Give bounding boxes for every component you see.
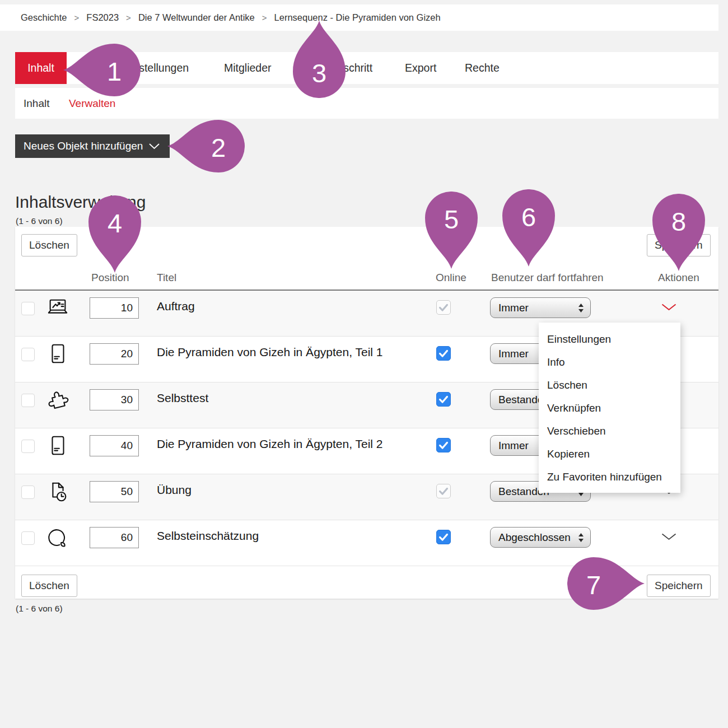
tab-inhalt[interactable]: Inhalt	[15, 52, 67, 84]
breadcrumb-item[interactable]: Die 7 Weltwunder der Antike	[138, 12, 255, 23]
breadcrumb-item[interactable]: FS2023	[86, 12, 119, 23]
callout-number: 8	[671, 208, 686, 235]
assignment-icon	[46, 296, 69, 320]
breadcrumb-separator: >	[126, 13, 131, 22]
callout-marker-3: 3	[291, 20, 347, 98]
result-count-top: (1 - 6 von 6)	[16, 216, 63, 226]
row-select-checkbox[interactable]	[21, 394, 35, 407]
position-input[interactable]	[90, 527, 139, 548]
condition-select-value: Immer	[498, 348, 529, 360]
online-checkbox	[436, 300, 451, 315]
online-checkbox[interactable]	[436, 438, 451, 452]
condition-select[interactable]: Abgeschlossen	[490, 527, 591, 548]
position-input[interactable]	[90, 389, 139, 410]
row-select-checkbox[interactable]	[21, 531, 35, 545]
tab-mitglieder[interactable]: Mitglieder	[224, 52, 272, 84]
action-menu-item[interactable]: Verschieben	[539, 419, 680, 442]
row-actions-chevron-icon[interactable]	[661, 533, 676, 543]
callout-number: 3	[312, 60, 326, 86]
action-menu-item[interactable]: Info	[539, 351, 680, 374]
callout-marker-8: 8	[651, 194, 707, 272]
row-title: Auftrag	[157, 300, 195, 313]
row-title: Übung	[157, 483, 192, 497]
breadcrumb-item[interactable]: Geschichte	[21, 12, 67, 23]
condition-select[interactable]: Immer	[490, 297, 591, 318]
tab-export[interactable]: Export	[405, 52, 436, 84]
callout-marker-1: 1	[62, 42, 141, 98]
row-title: Die Pyramiden von Gizeh in Ägypten, Teil…	[157, 346, 383, 359]
select-stepper-icon	[578, 303, 584, 316]
position-input[interactable]	[90, 297, 139, 319]
select-stepper-icon	[578, 533, 584, 545]
callout-number: 7	[586, 572, 601, 598]
breadcrumb-separator: >	[262, 13, 267, 22]
row-select-checkbox[interactable]	[21, 440, 35, 453]
condition-select-value: Immer	[498, 302, 529, 314]
callout-number: 2	[211, 134, 226, 161]
add-object-button-label: Neues Objekt hinzufügen	[24, 140, 143, 152]
subtab-inhalt[interactable]: Inhalt	[24, 88, 49, 119]
online-checkbox[interactable]	[436, 392, 451, 407]
callout-marker-2: 2	[166, 118, 245, 174]
position-input[interactable]	[90, 435, 139, 456]
tab-rechte[interactable]: Rechte	[465, 52, 500, 84]
exercise-icon	[46, 480, 69, 503]
callout-marker-5: 5	[423, 192, 479, 270]
callout-marker-7: 7	[567, 556, 646, 612]
learning-module-icon	[46, 342, 69, 366]
survey-icon	[46, 526, 69, 549]
column-header-online: Online	[436, 272, 466, 284]
condition-select-value: Immer	[498, 440, 529, 452]
chevron-down-icon	[149, 140, 160, 152]
column-header-aktionen: Aktionen	[658, 272, 699, 284]
callout-number: 4	[108, 210, 122, 236]
delete-button-bottom[interactable]: Löschen	[21, 575, 77, 597]
action-menu-item[interactable]: Löschen	[539, 374, 680, 396]
row-title: Selbsttest	[157, 391, 208, 405]
row-select-checkbox[interactable]	[21, 302, 35, 315]
online-checkbox[interactable]	[436, 530, 451, 544]
row-select-checkbox[interactable]	[21, 486, 35, 499]
callout-number: 5	[444, 206, 459, 232]
callout-marker-4: 4	[87, 195, 143, 274]
add-object-button[interactable]: Neues Objekt hinzufügen	[15, 134, 170, 158]
row-actions-chevron-icon[interactable]	[661, 303, 676, 313]
position-input[interactable]	[90, 481, 139, 502]
delete-button-top[interactable]: Löschen	[21, 234, 77, 256]
row-title: Selbsteinschätzung	[157, 529, 259, 543]
breadcrumb-separator: >	[74, 13, 80, 22]
row-select-checkbox[interactable]	[21, 348, 35, 361]
action-menu-item[interactable]: Einstellungen	[539, 328, 680, 351]
online-checkbox	[436, 484, 451, 498]
save-button-bottom[interactable]: Speichern	[647, 575, 711, 597]
action-menu: EinstellungenInfoLöschenVerknüpfenVersch…	[539, 323, 680, 493]
test-icon	[46, 388, 69, 412]
column-header-fortfahren: Benutzer darf fortfahren	[491, 272, 604, 284]
learning-module-icon	[46, 434, 69, 458]
position-input[interactable]	[90, 343, 139, 365]
action-menu-item[interactable]: Verknüpfen	[539, 396, 680, 419]
action-menu-item[interactable]: Kopieren	[539, 442, 680, 465]
row-title: Die Pyramiden von Gizeh in Ägypten, Teil…	[157, 437, 383, 451]
result-count-bottom: (1 - 6 von 6)	[16, 604, 63, 614]
column-header-titel: Titel	[157, 272, 176, 284]
callout-marker-6: 6	[501, 189, 557, 268]
condition-select-value: Abgeschlossen	[498, 531, 571, 544]
page: Geschichte>FS2023>Die 7 Weltwunder der A…	[0, 0, 728, 728]
callout-number: 6	[521, 204, 536, 230]
breadcrumb: Geschichte>FS2023>Die 7 Weltwunder der A…	[0, 4, 718, 31]
action-menu-item[interactable]: Zu Favoriten hinzufügen	[539, 465, 680, 488]
callout-number: 1	[107, 58, 122, 85]
online-checkbox[interactable]	[436, 346, 451, 361]
